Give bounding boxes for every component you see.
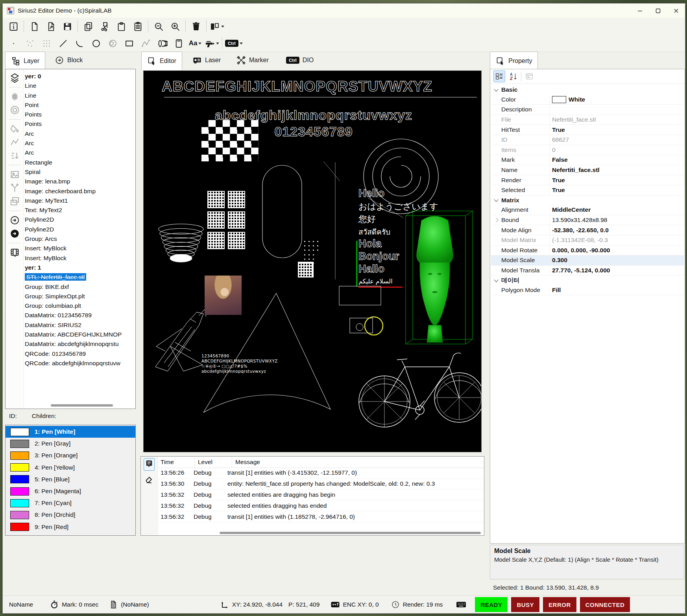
face-mesh-icon[interactable] [9, 91, 20, 102]
polyline-nodes-icon[interactable] [9, 137, 20, 148]
pen-item[interactable]: 2: Pen [Gray] [6, 438, 135, 450]
clipboard-list-button[interactable] [129, 19, 146, 34]
log-row[interactable]: 13:56:30Debugentity: Nefertiti_face.stl … [157, 479, 484, 490]
tree-item[interactable]: Group: columbiao.plt [24, 301, 135, 311]
property-row[interactable]: Basic [491, 85, 684, 95]
tree-item[interactable]: DataMatrix: SIRIUS2 [24, 320, 135, 330]
minimize-button[interactable] [631, 4, 649, 18]
pen-item[interactable]: 4: Pen [Yellow] [6, 462, 135, 474]
arc-tool-button[interactable] [71, 36, 88, 51]
tree-item[interactable]: Group: BIKE.dxf [24, 282, 135, 292]
branch-icon[interactable] [9, 183, 20, 193]
pen-item[interactable]: 9: Pen [Red] [6, 521, 135, 533]
image-icon[interactable] [9, 169, 20, 180]
pen-item[interactable]: 3: Pen [Orange] [6, 450, 135, 461]
property-row[interactable]: Bound 13.590x31.428x8.98 [491, 215, 684, 226]
open-file-button[interactable] [42, 19, 59, 34]
point-tool-button[interactable] [5, 36, 22, 51]
tab-dio[interactable]: Ctrl DIO [281, 52, 319, 69]
property-row[interactable]: Model Scale 0.300 [491, 255, 684, 266]
alphabetical-sort-button[interactable] [508, 71, 519, 82]
maximize-button[interactable] [649, 4, 667, 18]
ctrl-menu-button[interactable]: Ctrl [224, 36, 244, 51]
tree-item[interactable]: Polyline2D [24, 215, 135, 224]
tree-item[interactable]: Insert: MyBlock [24, 244, 135, 253]
property-row[interactable]: 데이터 [491, 276, 684, 285]
circle-tool-button[interactable] [88, 36, 104, 51]
log-col-level[interactable]: Level [195, 457, 232, 468]
log-row[interactable]: 13:56:32Debugselected entities dragging … [157, 500, 484, 511]
paste-button[interactable] [113, 19, 129, 34]
sort-order-icon[interactable] [9, 150, 20, 161]
animation-menu-icon[interactable] [9, 247, 20, 258]
layers-icon[interactable] [9, 72, 20, 83]
property-row[interactable]: Items 0 [491, 145, 684, 155]
tree-item[interactable]: Rectangle [24, 158, 135, 167]
pen-item[interactable]: 6: Pen [Magenta] [6, 485, 135, 497]
layout-menu-button[interactable] [209, 19, 225, 34]
insert-block-filled-icon[interactable] [9, 228, 20, 239]
pen-item[interactable]: 1: Pen [White] [6, 426, 135, 438]
tree-item[interactable]: Image: lena.bmp [24, 177, 135, 186]
polyline-tool-button[interactable] [137, 36, 154, 51]
insert-block-icon[interactable] [9, 215, 20, 226]
property-row[interactable]: Polygon Mode Fill [491, 285, 684, 296]
clear-log-eraser-icon[interactable] [144, 475, 154, 484]
property-pages-button[interactable] [524, 71, 535, 82]
property-row[interactable]: File Nefertiti_face.stl [491, 115, 684, 125]
property-row[interactable]: Mode Align -52.380, -22.650, 0.0 [491, 225, 684, 235]
log-row[interactable]: 13:56:26Debugtransit [1] entities with (… [157, 468, 484, 479]
property-row[interactable]: Matrix [491, 196, 684, 205]
tree-item[interactable]: QRCode: abcdefghijklmnopqrstuvw [24, 359, 135, 368]
tab-laser[interactable]: Laser [187, 52, 226, 69]
tree-item[interactable]: DataMatrix: abcdefghijklmnopqrstu [24, 339, 135, 349]
property-row[interactable]: Model Matrix (-1.311342E-08, -0.3 [491, 235, 684, 246]
property-row[interactable]: Alignment MiddleCenter [491, 205, 684, 215]
tree-item[interactable]: Polyline2D [24, 225, 135, 234]
tree-item[interactable]: yer: 1 [24, 263, 135, 272]
laser-gun-tool-button[interactable] [203, 36, 220, 51]
log-view-button[interactable] [144, 458, 155, 471]
tree-item[interactable]: Points [24, 119, 135, 129]
tree-item[interactable]: Arc [24, 139, 135, 148]
fill-icon[interactable] [9, 124, 20, 134]
tree-item[interactable]: Spiral [24, 167, 135, 177]
pen-item[interactable]: 7: Pen [Cyan] [6, 497, 135, 509]
text-tool-button[interactable]: Aa [187, 36, 203, 51]
line-tool-button[interactable] [55, 36, 71, 51]
cut-button[interactable] [96, 19, 113, 34]
offset-circle-tool-button[interactable] [104, 36, 121, 51]
log-col-time[interactable]: Time [157, 457, 195, 468]
property-row[interactable]: Color White [491, 95, 684, 105]
property-row[interactable]: HitTest True [491, 125, 684, 135]
pen-item[interactable]: 5: Pen [Blue] [6, 474, 135, 485]
close-button[interactable] [667, 4, 685, 18]
pen-item[interactable]: 8: Pen [Orchid] [6, 509, 135, 521]
tab-marker[interactable]: Marker [231, 52, 274, 69]
log-row[interactable]: 13:56:32Debugselected entities are dragg… [157, 490, 484, 501]
new-file-button[interactable] [26, 19, 42, 34]
save-button[interactable] [59, 19, 76, 34]
property-row[interactable]: ID 68627 [491, 135, 684, 145]
tree-item[interactable]: Group: Arcs [24, 234, 135, 244]
zoom-in-button[interactable] [167, 19, 183, 34]
grid-points-tool-button[interactable] [38, 36, 55, 51]
tree-item[interactable]: Arc [24, 129, 135, 139]
property-row[interactable]: Mark False [491, 155, 684, 165]
property-row[interactable]: Model Rotate 0.000, 0.000, -90.000 [491, 246, 684, 256]
tree-item[interactable]: Arc [24, 148, 135, 157]
property-row[interactable]: Selected True [491, 185, 684, 196]
log-horizontal-scrollbar[interactable] [220, 532, 481, 534]
property-row[interactable]: Render True [491, 175, 684, 185]
tree-item[interactable]: Group: SimplexOpt.plt [24, 292, 135, 301]
tab-property[interactable]: Property [490, 52, 538, 70]
property-row[interactable]: Description [491, 105, 684, 115]
rectangle-tool-button[interactable] [121, 36, 137, 51]
frame-tool-button[interactable] [170, 36, 187, 51]
tab-block[interactable]: Block [49, 52, 88, 69]
images-stack-icon[interactable] [9, 196, 20, 207]
property-row[interactable]: Name Nefertiti_face.stl [491, 165, 684, 176]
zoom-out-button[interactable] [150, 19, 167, 34]
tab-layer[interactable]: Layer [5, 52, 45, 70]
property-row[interactable]: Model Transla 27.770, -5.124, 0.000 [491, 266, 684, 276]
